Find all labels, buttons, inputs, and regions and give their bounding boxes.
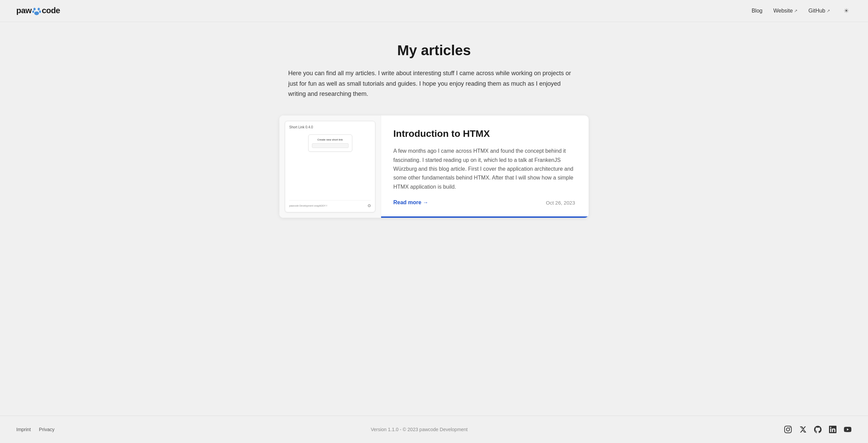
read-more-link[interactable]: Read more → xyxy=(393,199,428,206)
article-card-accent-bar xyxy=(381,216,589,218)
preview-panel-input xyxy=(312,143,349,148)
linkedin-link[interactable] xyxy=(829,425,837,434)
article-date: Oct 26, 2023 xyxy=(546,200,575,206)
app-badge: Short Link 0.4.0 xyxy=(289,125,371,129)
github-social-icon xyxy=(814,426,822,433)
footer-links: Imprint Privacy xyxy=(16,427,55,432)
nav-website-label: Website xyxy=(773,8,793,14)
external-link-icon-2: ↗ xyxy=(827,8,830,13)
x-icon xyxy=(799,426,807,433)
article-card-content: Introduction to HTMX A few months ago I … xyxy=(381,115,589,218)
nav-website[interactable]: Website ↗ xyxy=(773,8,798,14)
svg-point-4 xyxy=(34,12,39,15)
article-title: Introduction to HTMX xyxy=(393,128,575,140)
article-card-footer: Read more → Oct 26, 2023 xyxy=(393,199,575,206)
external-link-icon: ↗ xyxy=(794,8,797,13)
nav-blog[interactable]: Blog xyxy=(752,8,763,14)
preview-panel: Create new short link xyxy=(308,134,352,152)
main-content: My articles Here you can find all my art… xyxy=(271,22,597,416)
svg-point-1 xyxy=(38,8,40,10)
linkedin-icon xyxy=(829,426,836,433)
preview-footer: pawcode Development snapADDY f ⊙ xyxy=(289,200,371,208)
logo-text: paw code xyxy=(16,6,60,16)
footer-social xyxy=(784,425,852,434)
x-twitter-link[interactable] xyxy=(799,425,807,434)
nav-github-label: GitHub xyxy=(808,8,825,14)
logo[interactable]: paw code xyxy=(16,6,60,16)
instagram-icon xyxy=(784,426,792,433)
youtube-icon xyxy=(844,426,851,433)
article-card: Short Link 0.4.0 Create new short link p… xyxy=(279,115,589,218)
svg-point-0 xyxy=(34,8,36,10)
youtube-link[interactable] xyxy=(844,425,852,434)
article-excerpt: A few months ago I came across HTMX and … xyxy=(393,147,575,191)
svg-point-3 xyxy=(39,10,41,13)
page-title: My articles xyxy=(279,42,589,59)
nav: Blog Website ↗ GitHub ↗ ☀ xyxy=(752,5,852,16)
privacy-link[interactable]: Privacy xyxy=(39,427,55,432)
preview-footer-text: pawcode Development snapADDY f xyxy=(289,205,327,207)
preview-panel-title: Create new short link xyxy=(312,138,349,141)
paw-icon xyxy=(32,6,41,16)
header: paw code Blog Website ↗ GitHub ↗ ☀ xyxy=(0,0,868,22)
github-social-link[interactable] xyxy=(814,425,822,434)
instagram-link[interactable] xyxy=(784,425,792,434)
svg-point-2 xyxy=(32,10,34,13)
nav-github[interactable]: GitHub ↗ xyxy=(808,8,830,14)
footer: Imprint Privacy Version 1.1.0 - © 2023 p… xyxy=(0,416,868,443)
preview-github-icon: ⊙ xyxy=(368,203,371,208)
theme-toggle-button[interactable]: ☀ xyxy=(841,5,852,16)
nav-blog-label: Blog xyxy=(752,8,763,14)
article-preview-box: Short Link 0.4.0 Create new short link p… xyxy=(285,121,375,212)
theme-toggle-icon: ☀ xyxy=(844,7,849,15)
page-description: Here you can find all my articles. I wri… xyxy=(288,68,580,99)
imprint-link[interactable]: Imprint xyxy=(16,427,31,432)
article-card-image: Short Link 0.4.0 Create new short link p… xyxy=(279,115,381,218)
footer-version: Version 1.1.0 - © 2023 pawcode Developme… xyxy=(371,427,468,432)
